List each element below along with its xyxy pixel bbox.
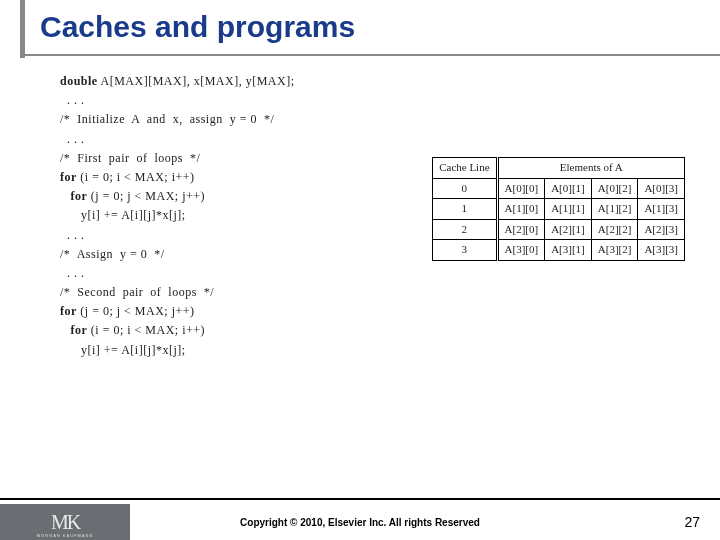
cell-line: 0 bbox=[433, 178, 497, 199]
title-bar: Caches and programs bbox=[0, 0, 720, 52]
footer: MK MORGAN KAUFMANN Copyright © 2010, Els… bbox=[0, 498, 720, 540]
for2a: (j = 0; j < MAX; j++) bbox=[77, 304, 195, 318]
table-row: 0 A[0][0] A[0][1] A[0][2] A[0][3] bbox=[433, 178, 685, 199]
dots1: . . . bbox=[60, 93, 85, 107]
comment-first: /* First pair of loops */ bbox=[60, 151, 200, 165]
body2: y[i] += A[i][j]*x[j]; bbox=[60, 343, 186, 357]
cell: A[3][2] bbox=[591, 240, 638, 261]
cell: A[2][1] bbox=[545, 219, 592, 240]
table-row: 2 A[2][0] A[2][1] A[2][2] A[2][3] bbox=[433, 219, 685, 240]
cell: A[1][2] bbox=[591, 199, 638, 220]
cell-line: 2 bbox=[433, 219, 497, 240]
body1: y[i] += A[i][j]*x[j]; bbox=[60, 208, 186, 222]
cell: A[3][3] bbox=[638, 240, 685, 261]
page-number: 27 bbox=[684, 514, 700, 530]
cell: A[3][1] bbox=[545, 240, 592, 261]
for1b: (j = 0; j < MAX; j++) bbox=[87, 189, 205, 203]
decl-rest: A[MAX][MAX], x[MAX], y[MAX]; bbox=[98, 74, 295, 88]
slide-title: Caches and programs bbox=[24, 10, 720, 44]
kw-for2: for bbox=[71, 189, 88, 203]
cell: A[0][0] bbox=[497, 178, 545, 199]
for2b: (i = 0; i < MAX; i++) bbox=[87, 323, 205, 337]
kw-double: double bbox=[60, 74, 98, 88]
for1a: (i = 0; i < MAX; i++) bbox=[77, 170, 195, 184]
cell: A[0][2] bbox=[591, 178, 638, 199]
table-header-row: Cache Line Elements of A bbox=[433, 158, 685, 179]
content-area: double A[MAX][MAX], x[MAX], y[MAX]; . . … bbox=[0, 52, 720, 360]
title-rule bbox=[20, 0, 25, 58]
th-cache-line: Cache Line bbox=[433, 158, 497, 179]
kw-for3: for bbox=[60, 304, 77, 318]
copyright-text: Copyright © 2010, Elsevier Inc. All righ… bbox=[0, 517, 720, 528]
kw-for4: for bbox=[71, 323, 88, 337]
comment-init: /* Initialize A and x, assign y = 0 */ bbox=[60, 112, 274, 126]
dots4: . . . bbox=[60, 266, 85, 280]
dots3: . . . bbox=[60, 228, 85, 242]
cell: A[0][3] bbox=[638, 178, 685, 199]
cache-table: Cache Line Elements of A 0 A[0][0] A[0][… bbox=[432, 157, 685, 261]
comment-second: /* Second pair of loops */ bbox=[60, 285, 214, 299]
cell: A[0][1] bbox=[545, 178, 592, 199]
cell-line: 1 bbox=[433, 199, 497, 220]
cell: A[1][1] bbox=[545, 199, 592, 220]
table-row: 3 A[3][0] A[3][1] A[3][2] A[3][3] bbox=[433, 240, 685, 261]
logo-subtext: MORGAN KAUFMANN bbox=[37, 533, 94, 538]
cell-line: 3 bbox=[433, 240, 497, 261]
th-elements: Elements of A bbox=[497, 158, 684, 179]
comment-assign: /* Assign y = 0 */ bbox=[60, 247, 165, 261]
dots2: . . . bbox=[60, 132, 85, 146]
cell: A[2][2] bbox=[591, 219, 638, 240]
kw-for1: for bbox=[60, 170, 77, 184]
cell: A[1][3] bbox=[638, 199, 685, 220]
cell: A[2][0] bbox=[497, 219, 545, 240]
cell: A[1][0] bbox=[497, 199, 545, 220]
cell: A[3][0] bbox=[497, 240, 545, 261]
table-row: 1 A[1][0] A[1][1] A[1][2] A[1][3] bbox=[433, 199, 685, 220]
cell: A[2][3] bbox=[638, 219, 685, 240]
